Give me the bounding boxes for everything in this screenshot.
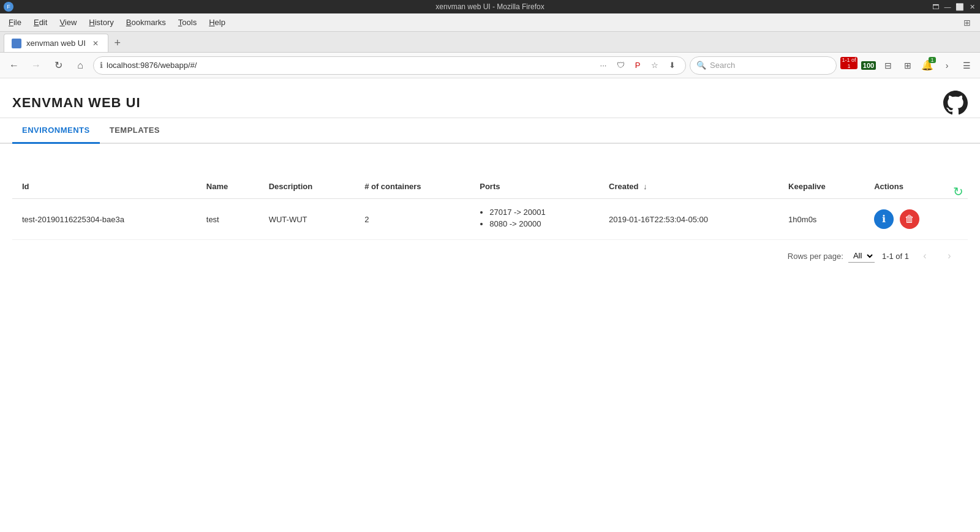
menu-bar: File Edit View History Bookmarks Tools H… [0,13,980,32]
environments-table: Id Name Description # of containers Port… [12,174,968,240]
cell-id: test-20190116225304-bae3a [12,199,197,240]
port-item-1: 27017 -> 20001 [489,208,589,217]
next-page-btn[interactable]: › [941,247,958,264]
pocket-icon[interactable]: P [630,58,645,73]
menu-grid-icon[interactable]: ⊞ [958,14,976,31]
hamburger-menu-btn[interactable]: ☰ [958,57,975,74]
split-view-btn[interactable]: ⊟ [880,57,897,74]
col-id[interactable]: Id [12,174,197,199]
info-action-btn[interactable]: ℹ [874,209,894,229]
tab-environments[interactable]: ENVIRONMENTS [12,118,100,144]
pagination: Rows per page: All 10 25 50 1-1 of 1 ‹ › [12,240,968,272]
prev-page-btn[interactable]: ‹ [916,247,933,264]
col-description[interactable]: Description [259,174,355,199]
download-icon[interactable]: ⬇ [665,58,679,73]
rows-per-page-select[interactable]: All 10 25 50 [848,249,875,263]
app-tabs: ENVIRONMENTS TEMPLATES [0,118,980,144]
maximize-btn[interactable]: ⬜ [954,1,965,12]
col-ports[interactable]: Ports [470,174,599,199]
rows-per-page: Rows per page: All 10 25 50 [788,249,875,263]
green-badge-btn[interactable]: 🔔 1 [919,57,936,74]
refresh-btn[interactable]: ↻ [948,182,968,201]
menu-bookmarks[interactable]: Bookmarks [121,15,171,29]
window-title: xenvman web UI - Mozilla Firefox [435,2,544,11]
app-header: XENVMAN WEB UI [0,78,980,118]
menu-edit[interactable]: Edit [29,15,52,29]
delete-action-btn[interactable]: 🗑 [900,209,919,229]
menu-file[interactable]: File [4,15,26,29]
restore-btn[interactable]: 🗖 [930,1,941,12]
cell-keepalive: 1h0m0s [778,199,864,240]
col-name[interactable]: Name [197,174,259,199]
cell-actions: ℹ 🗑 [864,199,968,240]
col-created[interactable]: Created ↓ [599,174,778,199]
extension-badge-btn[interactable]: 100 [860,57,877,74]
bookmark-star-icon[interactable]: ☆ [647,58,662,73]
more-options-btn[interactable]: ··· [596,58,611,73]
tab-close-btn[interactable]: ✕ [91,39,100,48]
back-btn[interactable]: ← [5,56,23,75]
firefox-icon: F [4,2,13,12]
ublock-badge: 1-1 of 1 [840,57,858,69]
title-bar: F xenvman web UI - Mozilla Firefox 🗖 — ⬜… [0,0,980,13]
tab-templates[interactable]: TEMPLATES [100,118,170,144]
menu-history[interactable]: History [84,15,118,29]
info-icon: ℹ [100,61,103,70]
cell-containers: 2 [355,199,470,240]
close-btn[interactable]: ✕ [967,1,978,12]
nav-bar: ← → ↻ ⌂ ℹ localhost:9876/webapp/#/ ··· 🛡… [0,53,980,78]
sort-down-icon: ↓ [643,182,647,191]
content-area: ↻ Id Name Description # of containers Po… [0,174,980,272]
search-glass-icon: 🔍 [696,61,706,70]
minimize-btn[interactable]: — [942,1,953,12]
shield-icon[interactable]: 🛡 [613,58,628,73]
tab-bar: xenvman web UI ✕ + [0,32,980,53]
menu-view[interactable]: View [55,15,81,29]
menu-help[interactable]: Help [204,15,230,29]
table-header-row: Id Name Description # of containers Port… [12,174,968,199]
address-icons: ··· 🛡 P ☆ ⬇ [596,58,679,73]
tab-favicon [12,39,21,48]
browser-tab-main[interactable]: xenvman web UI ✕ [4,34,108,52]
count-badge: 100 [861,61,876,70]
page-info: 1-1 of 1 [882,252,909,261]
cell-ports: 27017 -> 20001 8080 -> 20000 [470,199,599,240]
search-placeholder: Search [710,61,735,70]
url-text: localhost:9876/webapp/#/ [107,61,592,70]
grid-view-btn[interactable]: ⊞ [899,57,916,74]
nav-right-icons: uB 1-1 of 1 100 ⊟ ⊞ 🔔 1 › ☰ [840,57,975,74]
reload-btn[interactable]: ↻ [49,56,67,75]
cell-created: 2019-01-16T22:53:04-05:00 [599,199,778,240]
col-keepalive[interactable]: Keepalive [778,174,864,199]
home-btn[interactable]: ⌂ [71,56,89,75]
chevron-right-icon[interactable]: › [938,57,956,74]
forward-btn[interactable]: → [27,56,45,75]
table-row: test-20190116225304-bae3a test WUT-WUT 2… [12,199,968,240]
ublock-btn[interactable]: uB 1-1 of 1 [840,57,858,74]
window-controls[interactable]: 🗖 — ⬜ ✕ [930,1,980,12]
port-item-2: 8080 -> 20000 [489,219,589,228]
app-title: XENVMAN WEB UI [12,95,141,111]
new-tab-btn[interactable]: + [108,34,127,52]
tab-label: xenvman web UI [26,39,86,48]
menu-tools[interactable]: Tools [173,15,202,29]
col-containers[interactable]: # of containers [355,174,470,199]
rows-per-page-label: Rows per page: [788,252,843,261]
search-bar[interactable]: 🔍 Search [690,56,837,75]
cell-name: test [197,199,259,240]
github-icon[interactable] [943,91,968,115]
green-badge: 1 [929,57,936,63]
address-bar[interactable]: ℹ localhost:9876/webapp/#/ ··· 🛡 P ☆ ⬇ [93,56,686,75]
cell-description: WUT-WUT [259,199,355,240]
